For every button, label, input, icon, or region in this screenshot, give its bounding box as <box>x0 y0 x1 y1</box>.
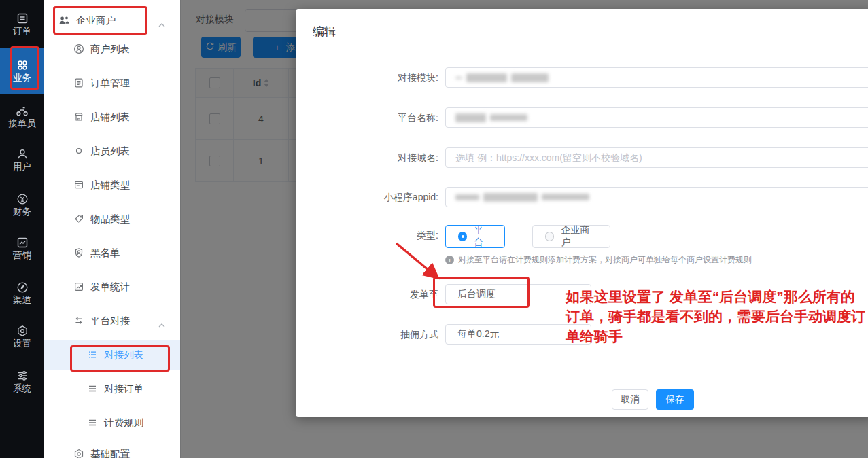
nav-item-users[interactable]: 用户 <box>0 144 44 175</box>
nav-item-label: 用户 <box>13 162 31 172</box>
nav-item-label: 渠道 <box>13 296 31 305</box>
connect-list-icon <box>87 349 98 360</box>
nav-item-marketing[interactable]: 营销 <box>0 232 44 264</box>
menu-item-label: 物品类型 <box>90 213 130 226</box>
merchants-icon <box>58 15 70 26</box>
shop-list-icon <box>73 111 84 122</box>
menu-item-dispatch-stats[interactable]: 发单统计 <box>44 272 180 302</box>
radio-label: 企业商户 <box>561 224 597 249</box>
menu-item-blacklist[interactable]: 黑名单 <box>44 238 180 268</box>
business-icon <box>16 59 29 71</box>
nav-item-label: 营销 <box>13 251 31 260</box>
save-button[interactable]: 保存 <box>656 389 694 410</box>
domain-field-label: 对接域名: <box>309 152 438 164</box>
menu-item-label: 黑名单 <box>90 247 120 260</box>
chevron-up-icon <box>158 18 165 29</box>
menu-item-label: 对接订单 <box>104 383 143 395</box>
settings-icon <box>16 325 29 337</box>
stats-icon <box>73 281 84 292</box>
blacklist-icon <box>73 247 84 258</box>
menu-item-platform-connect[interactable]: 平台对接 <box>44 306 180 336</box>
edit-modal: 编辑 对接模块: 平台名称: 对接域名: 小程序appid: 类型: 平台 企业… <box>296 9 868 417</box>
menu-item-label: 平台对接 <box>90 315 130 328</box>
menu-item-label: 订单管理 <box>90 77 130 90</box>
platform-name-label: 平台名称: <box>309 112 438 124</box>
nav-item-label: 接单员 <box>8 119 36 128</box>
menu-item-shop-type[interactable]: 店铺类型 <box>44 170 180 200</box>
finance-icon <box>16 193 29 205</box>
menu-item-label: 计费规则 <box>104 417 143 429</box>
nav-item-settings[interactable]: 设置 <box>0 321 44 352</box>
type-radio-enterprise[interactable]: 企业商户 <box>532 225 610 248</box>
menu-item-base-config[interactable]: 基础配置 <box>44 439 180 458</box>
menu-item-clerk-list[interactable]: 店员列表 <box>44 136 180 166</box>
nav-item-label: 订单 <box>13 27 31 36</box>
clerk-list-icon <box>73 145 84 156</box>
order-manage-icon <box>73 77 84 88</box>
appid-field-label: 小程序appid: <box>309 192 438 204</box>
type-hint-text: 对接至平台请在计费规则添加计费方案，对接商户可单独给每个商户设置计费规则 <box>458 254 752 266</box>
menu-item-label: 对接列表 <box>104 349 143 362</box>
commission-select-value: 每单0.2元 <box>457 328 499 340</box>
app-window: 订单 业务 接单员 用户 财务 <box>0 0 868 458</box>
menu-item-connect-orders[interactable]: 对接订单 <box>44 374 180 404</box>
nav-item-finance[interactable]: 财务 <box>0 189 44 220</box>
system-icon <box>16 370 29 382</box>
redacted-value <box>455 113 527 122</box>
nav-item-channels[interactable]: 渠道 <box>0 277 44 309</box>
radio-unselected-icon <box>545 232 554 241</box>
platform-name-input[interactable] <box>445 107 868 128</box>
domain-field-input[interactable] <box>445 147 868 168</box>
user-icon <box>16 148 29 160</box>
menu-item-merchant-list[interactable]: 商户列表 <box>44 34 180 64</box>
menu-item-label: 店铺类型 <box>90 179 130 192</box>
type-radio-platform[interactable]: 平台 <box>445 225 505 248</box>
cancel-button[interactable]: 取消 <box>612 389 648 410</box>
menu-item-label: 店员列表 <box>90 145 130 158</box>
menu-item-order-management[interactable]: 订单管理 <box>44 68 180 98</box>
menu-item-label: 基础配置 <box>90 448 130 458</box>
modal-title: 编辑 <box>313 24 336 39</box>
type-hint: i 对接至平台请在计费规则添加计费方案，对接商户可单独给每个商户设置计费规则 <box>445 254 752 266</box>
nav-item-orders[interactable]: 订单 <box>0 8 44 39</box>
base-config-icon <box>73 448 84 458</box>
menu-item-label: 企业商户 <box>76 14 116 27</box>
dispatch-field-label: 发单至 <box>309 289 438 301</box>
menu-item-enterprise-merchants[interactable]: 企业商户 <box>44 5 180 35</box>
nav-item-system[interactable]: 系统 <box>0 366 44 397</box>
redacted-value <box>455 193 589 202</box>
billing-rules-icon <box>87 417 98 428</box>
radio-label: 平台 <box>474 224 492 249</box>
nav-item-business[interactable]: 业务 <box>0 48 44 94</box>
connect-orders-icon <box>87 383 98 394</box>
channel-icon <box>16 281 29 294</box>
menu-item-billing-rules[interactable]: 计费规则 <box>44 408 180 438</box>
appid-field-input[interactable] <box>445 187 868 207</box>
rider-icon <box>16 105 29 117</box>
dispatch-select-value: 后台调度 <box>457 288 496 300</box>
module-field-label: 对接模块: <box>309 72 438 84</box>
menu-item-label: 商户列表 <box>90 43 130 56</box>
radio-selected-icon <box>458 232 467 241</box>
info-icon: i <box>445 256 454 264</box>
goods-type-icon <box>73 213 84 224</box>
nav-item-label: 设置 <box>13 339 31 349</box>
merchant-list-icon <box>73 43 84 54</box>
chevron-up-icon <box>158 319 165 330</box>
platform-connect-icon <box>73 315 84 326</box>
nav-item-couriers[interactable]: 接单员 <box>0 101 44 132</box>
module-field-input[interactable] <box>445 67 868 88</box>
annotation-note-text: 如果这里设置了 发单至“后台调度”那么所有的订单，骑手都是看不到的，需要后台手动… <box>566 287 867 346</box>
menu-item-label: 发单统计 <box>90 281 130 294</box>
commission-field-label: 抽佣方式 <box>309 329 438 341</box>
menu-item-goods-type[interactable]: 物品类型 <box>44 204 180 234</box>
orders-icon <box>16 12 29 24</box>
nav-item-label: 财务 <box>13 207 31 217</box>
menu-item-label: 店铺列表 <box>90 111 130 124</box>
marketing-icon <box>16 236 29 249</box>
nav-item-label: 业务 <box>13 73 31 83</box>
secondary-sidebar: 企业商户 商户列表 订单管理 店铺列表 店 <box>44 0 181 458</box>
shop-type-icon <box>73 179 84 190</box>
menu-item-shop-list[interactable]: 店铺列表 <box>44 102 180 132</box>
menu-item-connect-list[interactable]: 对接列表 <box>44 340 180 370</box>
